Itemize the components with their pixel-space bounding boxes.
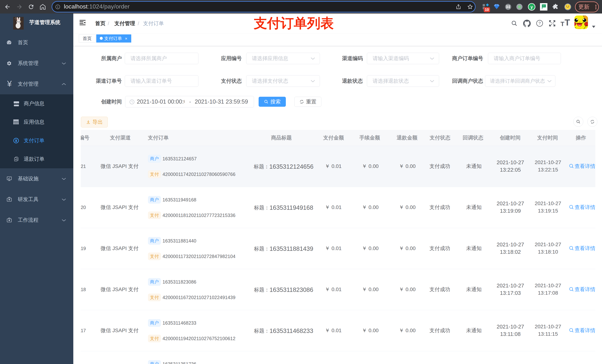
svg-text:y: y	[531, 4, 533, 9]
svg-text:?: ?	[538, 21, 541, 26]
